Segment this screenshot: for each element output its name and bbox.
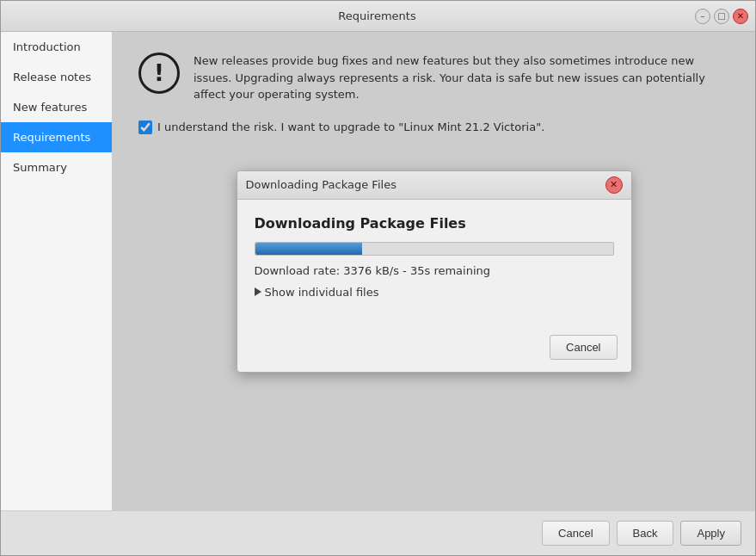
cancel-button[interactable]: Cancel: [542, 521, 609, 546]
title-bar-controls: – □ ✕: [695, 9, 748, 24]
sidebar-item-requirements[interactable]: Requirements: [1, 122, 112, 152]
expand-icon: [255, 287, 261, 296]
main-window: Requirements – □ ✕ Introduction Release …: [0, 0, 756, 556]
dialog-close-button[interactable]: ✕: [605, 176, 623, 194]
dialog-cancel-button[interactable]: Cancel: [550, 335, 617, 360]
maximize-button[interactable]: □: [714, 9, 729, 24]
dialog-overlay: Downloading Package Files ✕ Downloading …: [113, 32, 755, 510]
close-button[interactable]: ✕: [733, 9, 748, 24]
sidebar: Introduction Release notes New features …: [1, 32, 113, 510]
dialog-title-text: Downloading Package Files: [246, 178, 396, 191]
window-title: Requirements: [59, 9, 695, 22]
content-area: ! New releases provide bug fixes and new…: [113, 32, 755, 510]
dialog-body: Downloading Package Files Download rate:…: [237, 200, 631, 328]
dialog-heading: Downloading Package Files: [255, 215, 614, 232]
apply-button[interactable]: Apply: [680, 521, 741, 546]
bottom-bar: Cancel Back Apply: [1, 510, 755, 555]
progress-bar-container: [255, 242, 614, 256]
dialog-title-bar: Downloading Package Files ✕: [237, 171, 631, 200]
dialog-footer: Cancel: [237, 328, 631, 372]
sidebar-item-new-features[interactable]: New features: [1, 92, 112, 122]
show-files-toggle[interactable]: Show individual files: [255, 286, 614, 299]
sidebar-item-summary[interactable]: Summary: [1, 152, 112, 182]
progress-bar-fill: [255, 243, 363, 255]
main-content: Introduction Release notes New features …: [1, 32, 755, 510]
show-files-label: Show individual files: [265, 286, 379, 299]
minimize-button[interactable]: –: [695, 9, 710, 24]
download-dialog: Downloading Package Files ✕ Downloading …: [237, 170, 632, 373]
sidebar-item-release-notes[interactable]: Release notes: [1, 62, 112, 92]
download-rate-text: Download rate: 3376 kB/s - 35s remaining: [255, 264, 614, 277]
back-button[interactable]: Back: [617, 521, 674, 546]
sidebar-item-introduction[interactable]: Introduction: [1, 32, 112, 62]
title-bar: Requirements – □ ✕: [1, 1, 755, 32]
